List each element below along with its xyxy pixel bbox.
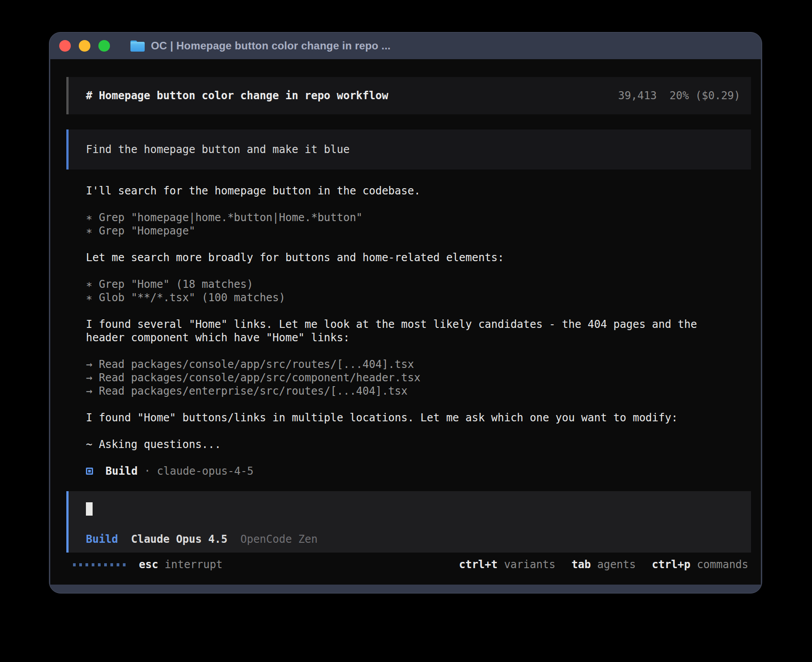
tool-call-block: ∗ Grep "Home" (18 matches)∗ Glob "**/*.t… [66, 278, 751, 304]
close-button[interactable] [59, 40, 71, 52]
spinner-dot [110, 563, 113, 566]
commands-key: ctrl+p [652, 558, 690, 571]
esc-key: esc [139, 558, 158, 571]
window-title: OC | Homepage button color change in rep… [151, 40, 390, 52]
assistant-text-line: I found several "Home" links. Let me loo… [86, 318, 751, 331]
assistant-text-line: header component which have "Home" links… [86, 331, 751, 344]
agents-key: tab [572, 558, 591, 571]
spinner-dot [104, 563, 107, 566]
tool-call-line: ∗ Glob "**/*.tsx" (100 matches) [86, 291, 751, 304]
status-separator: · [138, 465, 157, 477]
status-bar-left: esc interrupt [73, 558, 223, 571]
user-message-text: Find the homepage button and make it blu… [86, 143, 349, 156]
titlebar: OC | Homepage button color change in rep… [50, 32, 761, 59]
variants-key: ctrl+t [459, 558, 498, 571]
spinner-dot [73, 563, 76, 566]
assistant-message: I found "Home" buttons/links in multiple… [66, 411, 751, 424]
assistant-text-line: I'll search for the homepage button in t… [86, 184, 751, 198]
commands-label: commands [690, 558, 748, 571]
tool-call-block: → Read packages/console/app/src/routes/[… [66, 358, 751, 398]
provider-label: OpenCode Zen [240, 533, 317, 545]
build-status: Build · claude-opus-4-5 [66, 464, 751, 478]
model-label: Claude Opus 4.5 [131, 533, 227, 545]
tool-call-line: → Read packages/enterprise/src/routes/[.… [86, 384, 751, 398]
tool-call-line: → Read packages/console/app/src/componen… [86, 371, 751, 384]
agents-label: agents [591, 558, 636, 571]
terminal-content: # Homepage button color change in repo w… [50, 59, 761, 585]
assistant-message: I found several "Home" links. Let me loo… [66, 318, 751, 344]
tool-call-line: ∗ Grep "homepage|home.*button|Home.*butt… [86, 211, 751, 224]
agent-badge: Build [86, 533, 118, 545]
tool-call-line: ∗ Grep "Homepage" [86, 224, 751, 238]
spinner-dot [98, 563, 101, 566]
assistant-text-line: ~ Asking questions... [86, 438, 751, 451]
session-header: # Homepage button color change in repo w… [66, 77, 751, 114]
input-cursor [86, 502, 93, 516]
minimize-button[interactable] [79, 40, 90, 52]
spinner-dots [73, 563, 126, 566]
tool-call-block: ∗ Grep "homepage|home.*button|Home.*butt… [66, 211, 751, 238]
status-bar-right: ctrl+t variants tab agents ctrl+p comman… [459, 558, 748, 571]
esc-label: interrupt [158, 558, 223, 571]
spinner-dot [123, 563, 126, 566]
assistant-text-line: I found "Home" buttons/links in multiple… [86, 411, 751, 424]
variants-label: variants [498, 558, 556, 571]
prompt-input[interactable]: BuildClaude Opus 4.5OpenCode Zen [66, 491, 751, 553]
assistant-message: ~ Asking questions... [66, 438, 751, 451]
assistant-message: Let me search more broadly for buttons a… [66, 251, 751, 264]
user-message: Find the homepage button and make it blu… [66, 129, 751, 170]
spinner-dot [79, 563, 82, 566]
session-title: # Homepage button color change in repo w… [86, 89, 388, 102]
tool-call-line: ∗ Grep "Home" (18 matches) [86, 278, 751, 291]
variants-hint: ctrl+t variants [459, 558, 556, 571]
agents-hint: tab agents [572, 558, 636, 571]
assistant-message: I'll search for the homepage button in t… [66, 184, 751, 198]
esc-hint: esc interrupt [139, 558, 223, 571]
agent-square-icon [86, 468, 93, 475]
status-bar: esc interrupt ctrl+t variants tab agents… [66, 558, 751, 571]
assistant-text-line: Let me search more broadly for buttons a… [86, 251, 751, 264]
commands-hint: ctrl+p commands [652, 558, 748, 571]
zoom-button[interactable] [98, 40, 110, 52]
conversation: I'll search for the homepage button in t… [66, 184, 751, 451]
tool-call-line: → Read packages/console/app/src/routes/[… [86, 358, 751, 371]
spinner-dot [85, 563, 88, 566]
terminal-window: OC | Homepage button color change in rep… [49, 32, 762, 593]
folder-icon [130, 40, 145, 52]
input-footer: BuildClaude Opus 4.5OpenCode Zen [86, 533, 751, 546]
token-stats: 39,413 20% ($0.29) [618, 89, 740, 102]
spinner-dot [117, 563, 119, 566]
spinner-dot [92, 563, 94, 566]
status-model-name: claude-opus-4-5 [157, 465, 254, 477]
status-agent-name: Build [106, 465, 138, 477]
